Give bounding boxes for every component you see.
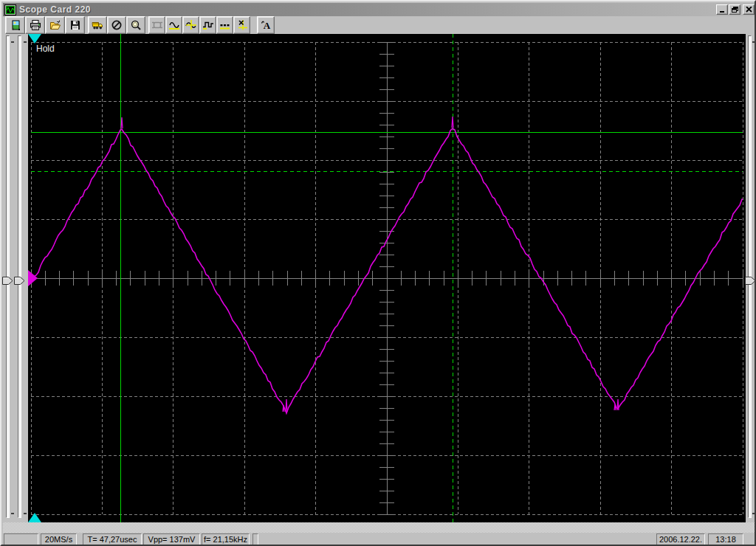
hold-indicator: Hold [36, 44, 55, 54]
slider-scale-tick [24, 41, 27, 43]
app-icon[interactable] [4, 4, 16, 15]
grid-icon [151, 19, 163, 31]
x-cursor-button[interactable] [233, 16, 250, 34]
dashed-line-button[interactable] [216, 16, 233, 34]
left-slider-thumb-2[interactable] [14, 274, 25, 283]
toolbar-separator [250, 16, 257, 34]
scope-display[interactable]: Hold [28, 34, 746, 522]
wave-cursor-button[interactable] [182, 16, 199, 34]
status-panel-frequency: f= 21,15kHz [202, 533, 250, 545]
status-bar: 20MS/s T= 47,27usec Vpp= 137mV f= 21,15k… [3, 533, 756, 546]
close-icon [746, 7, 752, 13]
status-panel-sample-rate: 20MS/s [41, 533, 77, 545]
slider-scale-tick [752, 41, 755, 43]
text-a-icon: A [260, 19, 272, 31]
dashes-icon [219, 19, 231, 31]
toolbar: A [3, 16, 756, 34]
restore-button[interactable] [729, 4, 740, 15]
minimize-icon [719, 7, 726, 13]
close-button[interactable] [743, 4, 755, 15]
slider-scale-tick [11, 41, 14, 43]
trigger-mode-button[interactable] [199, 16, 216, 34]
x-cursor-icon [236, 19, 248, 31]
wave-cursor-icon [185, 19, 197, 31]
text-label-button[interactable]: A [257, 16, 275, 34]
main-area: Hold [3, 34, 756, 522]
sine-mode-button[interactable] [165, 16, 182, 34]
square-wave-icon [202, 19, 214, 31]
save-button[interactable] [65, 16, 85, 34]
stop-button[interactable] [107, 16, 126, 34]
slider-scale-tick [24, 513, 27, 514]
trigger-position-marker-top[interactable] [28, 34, 41, 44]
status-panel-blank-narrow [252, 533, 258, 545]
open-folder-icon [49, 19, 61, 31]
scope-canvas[interactable] [28, 34, 746, 522]
cancel-icon [111, 19, 123, 31]
channel-level-marker[interactable] [28, 270, 38, 286]
magnifier-icon [130, 19, 142, 31]
status-panel-blank [4, 533, 38, 545]
scope-card-window: Scope Card 220 [0, 0, 756, 546]
status-panel-vpp: Vpp= 137mV [143, 533, 200, 545]
status-panel-date: 2006.12.22. [656, 533, 705, 545]
slider-scale-tick [752, 513, 755, 514]
status-panel-time: 13:18 [708, 533, 743, 545]
right-slider-gutter [746, 34, 756, 522]
trigger-position-marker-bottom[interactable] [28, 513, 41, 522]
minimize-button[interactable] [716, 4, 728, 15]
exit-door-icon [10, 19, 21, 31]
acquire-button[interactable] [88, 16, 107, 34]
sine-wave-icon [168, 19, 180, 31]
slider-scale-tick [11, 513, 14, 514]
printer-icon [30, 19, 41, 31]
save-floppy-icon [69, 19, 81, 31]
zoom-button[interactable] [126, 16, 145, 34]
svg-text:A: A [264, 20, 271, 31]
left-slider-thumb-1[interactable] [2, 274, 13, 283]
print-button[interactable] [25, 16, 45, 34]
title-bar[interactable]: Scope Card 220 [3, 3, 756, 16]
status-panel-period: T= 47,27usec [83, 533, 142, 545]
graticule-button[interactable] [148, 16, 165, 34]
right-slider-thumb[interactable] [745, 274, 756, 283]
restore-icon [732, 7, 738, 13]
open-button[interactable] [45, 16, 65, 34]
dump-truck-icon [92, 19, 103, 31]
dither-strip [3, 522, 756, 533]
exit-button[interactable] [5, 16, 25, 34]
window-title: Scope Card 220 [19, 4, 715, 15]
left-slider-gutter [3, 34, 28, 522]
